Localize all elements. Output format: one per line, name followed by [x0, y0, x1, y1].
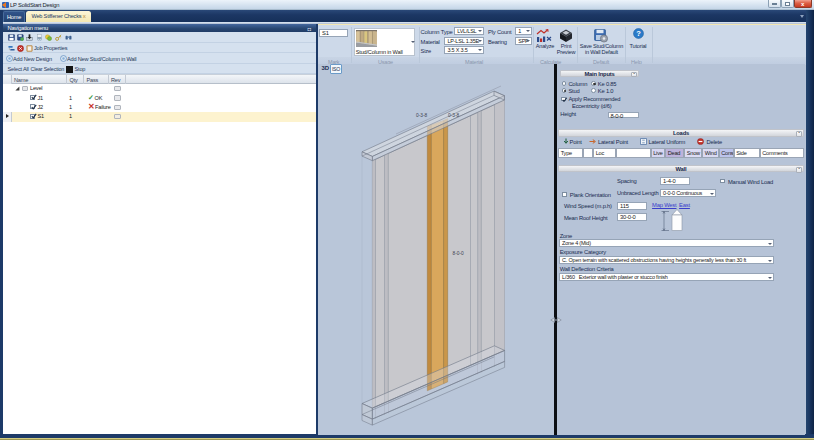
svg-text:?: ?: [636, 29, 641, 38]
svg-text:8-0-0: 8-0-0: [453, 251, 465, 256]
svg-text:0-3-8: 0-3-8: [416, 113, 428, 118]
svg-text:0-3-8: 0-3-8: [448, 113, 460, 118]
